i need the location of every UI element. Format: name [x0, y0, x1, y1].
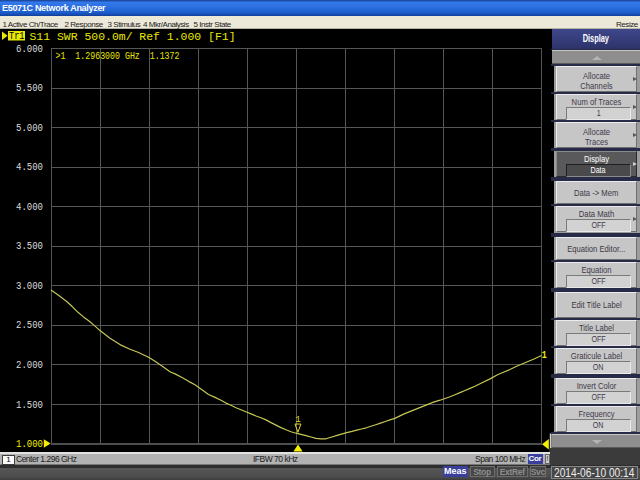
svg-text:2.500: 2.500: [16, 319, 43, 331]
svg-text:5.500: 5.500: [16, 82, 43, 94]
svg-text:2.000: 2.000: [16, 359, 43, 371]
svg-text:Tr1: Tr1: [9, 31, 25, 42]
svg-text:>1 1.2963000 GHz 1.1372: >1 1.2963000 GHz 1.1372: [56, 50, 180, 62]
svg-text:3.500: 3.500: [16, 240, 43, 252]
svg-text:4.500: 4.500: [16, 161, 43, 173]
svg-text:1.500: 1.500: [16, 399, 43, 411]
svg-text:6.000: 6.000: [16, 43, 43, 55]
svg-text:4.000: 4.000: [16, 201, 43, 213]
svg-text:S11 SWR 500.0m/ Ref 1.000 [F1]: S11 SWR 500.0m/ Ref 1.000 [F1]: [30, 31, 236, 43]
svg-text:3.000: 3.000: [16, 280, 43, 292]
svg-text:5.000: 5.000: [16, 122, 43, 134]
svg-text:1: 1: [542, 350, 547, 361]
svg-text:1.000: 1.000: [16, 438, 43, 450]
